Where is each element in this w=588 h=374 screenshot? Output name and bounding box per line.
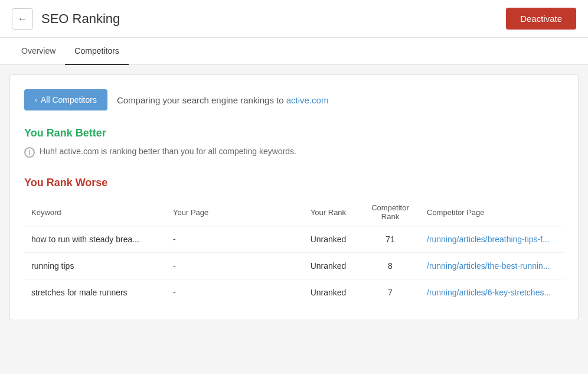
- comparing-bar: ‹ All Competitors Comparing your search …: [24, 89, 564, 110]
- col-header-comp-page: Competitor Page: [420, 199, 564, 226]
- cell-comp-page-link[interactable]: /running/articles/breathing-tips-f...: [427, 235, 550, 244]
- cell-your-page: -: [166, 226, 296, 253]
- cell-your-rank: Unranked: [296, 279, 361, 306]
- tab-competitors[interactable]: Competitors: [65, 38, 128, 65]
- rank-worse-section: You Rank Worse Keyword Your Page Your Ra…: [24, 177, 564, 305]
- cell-your-page: -: [166, 279, 296, 306]
- header-left: ← SEO Ranking: [12, 8, 120, 30]
- cell-keyword: stretches for male runners: [24, 279, 166, 306]
- cell-comp-page[interactable]: /running/articles/breathing-tips-f...: [420, 226, 564, 253]
- all-competitors-button[interactable]: ‹ All Competitors: [24, 89, 107, 110]
- cell-comp-page-link[interactable]: /running/articles/6-key-stretches...: [427, 288, 551, 297]
- cell-comp-page[interactable]: /running/articles/6-key-stretches...: [420, 279, 564, 306]
- competitor-domain-link[interactable]: active.com: [286, 95, 329, 105]
- table-row: stretches for male runners-Unranked7/run…: [24, 279, 564, 306]
- rank-better-message: Huh! active.com is ranking better than y…: [40, 147, 296, 156]
- rank-better-section: You Rank Better i Huh! active.com is ran…: [24, 127, 564, 158]
- cell-comp-page-link[interactable]: /running/articles/the-best-runnin...: [427, 261, 550, 271]
- cell-comp-rank: 71: [361, 226, 420, 253]
- page-title: SEO Ranking: [41, 11, 120, 27]
- chevron-left-icon: ‹: [35, 96, 37, 104]
- main-content: ‹ All Competitors Comparing your search …: [9, 74, 579, 320]
- tab-bar: Overview Competitors: [0, 38, 588, 65]
- deactivate-button[interactable]: Deactivate: [506, 8, 576, 30]
- comparing-text: Comparing your search engine rankings to…: [117, 95, 329, 105]
- cell-your-rank: Unranked: [296, 253, 361, 279]
- cell-comp-rank: 7: [361, 279, 420, 306]
- cell-your-rank: Unranked: [296, 226, 361, 253]
- cell-your-page: -: [166, 253, 296, 279]
- comparing-text-label: Comparing your search engine rankings to: [117, 95, 284, 105]
- rank-worse-title: You Rank Worse: [24, 177, 564, 189]
- rank-better-title: You Rank Better: [24, 127, 564, 139]
- cell-comp-rank: 8: [361, 253, 420, 279]
- rank-worse-table: Keyword Your Page Your Rank CompetitorRa…: [24, 199, 564, 305]
- back-button[interactable]: ←: [12, 8, 33, 30]
- table-row: how to run with steady brea...-Unranked7…: [24, 226, 564, 253]
- app-header: ← SEO Ranking Deactivate: [0, 0, 588, 38]
- info-icon: i: [24, 147, 35, 158]
- table-row: running tips-Unranked8/running/articles/…: [24, 253, 564, 279]
- cell-keyword: running tips: [24, 253, 166, 279]
- back-icon: ←: [18, 14, 27, 24]
- col-header-keyword: Keyword: [24, 199, 166, 226]
- cell-comp-page[interactable]: /running/articles/the-best-runnin...: [420, 253, 564, 279]
- rank-better-info: i Huh! active.com is ranking better than…: [24, 147, 564, 158]
- all-competitors-label: All Competitors: [41, 95, 97, 105]
- tab-overview[interactable]: Overview: [12, 38, 65, 65]
- col-header-your-page: Your Page: [166, 199, 296, 226]
- table-header-row: Keyword Your Page Your Rank CompetitorRa…: [24, 199, 564, 226]
- col-header-your-rank: Your Rank: [296, 199, 361, 226]
- col-header-comp-rank: CompetitorRank: [361, 199, 420, 226]
- cell-keyword: how to run with steady brea...: [24, 226, 166, 253]
